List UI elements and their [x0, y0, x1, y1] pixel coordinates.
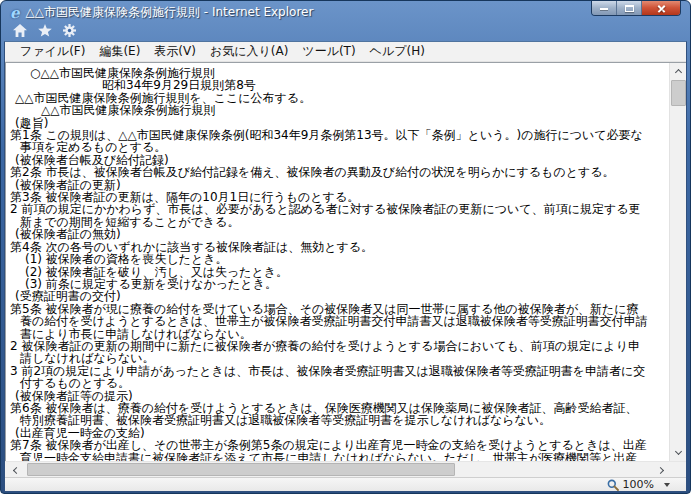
magnifier-icon [607, 479, 619, 491]
home-icon [13, 24, 27, 37]
tools-button[interactable] [62, 23, 77, 38]
maximize-button[interactable] [617, 1, 642, 16]
zoom-dropdown-caret-icon [664, 483, 670, 487]
chevron-right-icon [657, 466, 664, 473]
browser-window: e △△市国民健康保険条例施行規則 - Internet Explorer [0, 0, 691, 494]
command-bar [4, 22, 687, 41]
client-area: ファイル(F) 編集(E) 表示(V) お気に入り(A) ツール(T) ヘルプ(… [4, 41, 687, 492]
document-body: ○△△市国民健康保険条例施行規則 昭和34年9月29日規則第8号 △△市国民健康… [6, 63, 669, 461]
horizontal-scrollbar-thumb[interactable] [27, 463, 455, 476]
maximize-icon [625, 5, 634, 12]
doc-line: 3 前2項の規定により申請があったときは、市長は、被保険者受療証明書又は退職被保… [10, 365, 649, 390]
doc-line: (1) 被保険者の資格を喪失したとき。 [25, 253, 649, 265]
vertical-scrollbar[interactable] [669, 63, 686, 461]
doc-line: 昭和34年9月29日規則第8号 [102, 79, 649, 91]
favorites-button[interactable] [37, 23, 52, 38]
scroll-down-button[interactable] [670, 445, 686, 461]
scroll-left-button[interactable] [7, 462, 24, 478]
doc-line: △△市国民健康保険条例施行規則 [41, 104, 649, 116]
chevron-up-icon [675, 69, 682, 76]
status-bar: 100% [5, 477, 686, 491]
menu-bar: ファイル(F) 編集(E) 表示(V) お気に入り(A) ツール(T) ヘルプ(… [5, 42, 686, 62]
menu-edit[interactable]: 編集(E) [92, 41, 147, 62]
vertical-scrollbar-thumb[interactable] [671, 80, 686, 106]
doc-line: 第6条 被保険者は、療養の給付を受けようとするときは、保険医療機関又は保険薬局に… [10, 402, 649, 427]
menu-view[interactable]: 表示(V) [147, 41, 203, 62]
window-controls [591, 1, 681, 16]
internet-explorer-icon: e [10, 6, 20, 20]
zoom-control[interactable]: 100% [603, 478, 674, 491]
minimize-button[interactable] [592, 1, 617, 16]
chevron-down-icon [675, 448, 682, 455]
doc-line: (受療証明書の交付) [15, 290, 649, 302]
doc-line: (被保険者証の無効) [15, 228, 649, 240]
window-title: △△市国民健康保険条例施行規則 - Internet Explorer [26, 4, 314, 21]
horizontal-scrollbar[interactable] [5, 461, 686, 477]
minimize-icon [600, 8, 608, 10]
tools-gear-icon [63, 24, 76, 37]
scroll-up-button[interactable] [670, 63, 686, 79]
menu-favorites[interactable]: お気に入り(A) [203, 41, 295, 62]
favorites-star-icon [38, 24, 52, 37]
doc-line: 第1条 この規則は、△△市国民健康保険条例(昭和34年9月条例第13号。以下「条… [10, 129, 649, 154]
menu-help[interactable]: ヘルプ(H) [363, 41, 432, 62]
doc-line: 第2条 市長は、被保険者台帳及び給付記録を備え、被保険者の異動及び給付の状況を明… [10, 166, 649, 178]
scroll-right-button[interactable] [653, 462, 670, 478]
page-viewport: ○△△市国民健康保険条例施行規則 昭和34年9月29日規則第8号 △△市国民健康… [5, 62, 686, 461]
close-button[interactable] [642, 1, 680, 16]
menu-tools[interactable]: ツール(T) [295, 41, 362, 62]
zoom-level: 100% [623, 478, 654, 491]
doc-line: 第5条 被保険者が現に療養の給付を受けている場合、その被保険者又は同一世帯に属す… [10, 303, 649, 340]
close-icon [657, 4, 666, 13]
menu-file[interactable]: ファイル(F) [13, 41, 92, 62]
doc-line: 2 前項の規定にかかわらず、市長は、必要があると認める者に対する被保険者証の更新… [10, 203, 649, 228]
doc-line: 2 被保険者証の更新の期間中に新たに被保険者が療養の給付を受けようとする場合にお… [10, 340, 649, 365]
home-button[interactable] [12, 23, 27, 38]
doc-line: 第7条 被保険者が出産し、その世帯主が条例第5条の規定により出産育児一時金の支給… [10, 439, 649, 461]
chevron-left-icon [13, 466, 20, 473]
titlebar: e △△市国民健康保険条例施行規則 - Internet Explorer [4, 1, 687, 22]
